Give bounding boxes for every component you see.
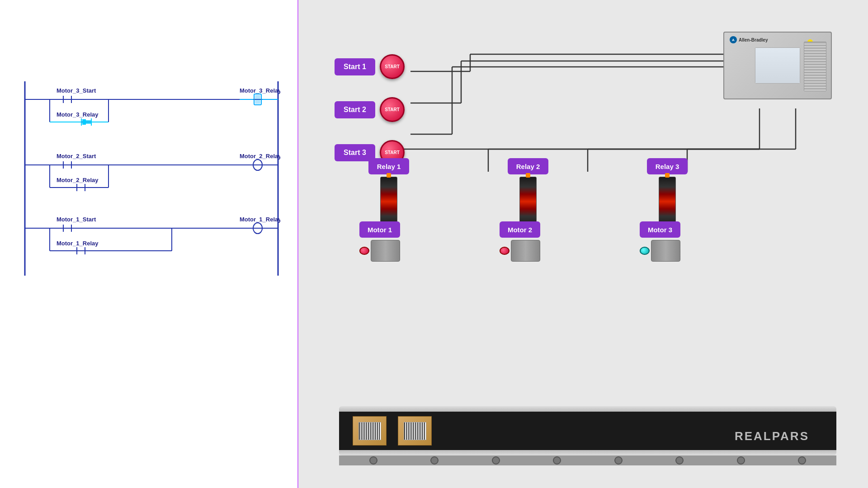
- ab-logo-circle: A: [730, 36, 737, 43]
- motor-3-label: Motor 3: [640, 221, 680, 238]
- relay-1-body: [380, 177, 397, 226]
- relay-1-module: [380, 177, 397, 226]
- svg-text:Motor_1_Relay: Motor_1_Relay: [57, 240, 99, 247]
- wheel-4: [553, 456, 561, 465]
- motor-row: Motor 1 Motor 2 Motor 3: [359, 221, 680, 262]
- plc-screen: [755, 47, 800, 84]
- plc-module: [804, 42, 826, 91]
- relay-3-module: [659, 177, 676, 226]
- wheel-8: [798, 456, 806, 465]
- motor-3-group: Motor 3: [640, 221, 680, 262]
- plc-controller: A Allen-Bradley: [723, 32, 841, 104]
- wheel-3: [492, 456, 500, 465]
- svg-text:Motor_2_Relay: Motor_2_Relay: [57, 177, 99, 183]
- relay-3-label: Relay 3: [647, 158, 688, 174]
- conveyor-system: REALPARS: [330, 406, 845, 465]
- svg-rect-15: [83, 120, 91, 124]
- relay-1-group: Relay 1: [368, 158, 409, 226]
- wheel-7: [737, 456, 745, 465]
- plc-screen-display: [755, 48, 800, 83]
- start-button-group: Start 1 START Start 2 START Start 3 STAR…: [335, 54, 405, 165]
- motor-1-body: [371, 240, 400, 262]
- motor-3-body: [651, 240, 680, 262]
- motor-2-assembly: [500, 240, 540, 262]
- motor-3-indicator: [640, 247, 650, 255]
- start-2-button[interactable]: START: [380, 97, 405, 122]
- start-1-button[interactable]: START: [380, 54, 405, 79]
- motor-1-indicator: [359, 247, 369, 255]
- plc-body: A Allen-Bradley: [723, 32, 832, 99]
- motor-1-group: Motor 1: [359, 221, 400, 262]
- conveyor-box-1: [353, 416, 387, 446]
- realpars-logo: REALPARS: [735, 429, 809, 443]
- relay-2-label: Relay 2: [508, 158, 548, 174]
- relay-1-connector-top: [387, 173, 391, 178]
- svg-text:Motor_2_Start: Motor_2_Start: [57, 153, 96, 160]
- svg-text:Motor_3_Relay: Motor_3_Relay: [57, 111, 99, 118]
- ladder-svg: Motor_3_Start Motor_3_Relay Motor_3_: [18, 81, 280, 276]
- wheel-5: [614, 456, 623, 465]
- plc-brand-text: Allen-Bradley: [739, 38, 768, 42]
- motor-2-body: [511, 240, 540, 262]
- start-2-label: Start 2: [335, 101, 375, 118]
- ladder-container: Motor_3_Start Motor_3_Relay Motor_3_: [18, 81, 280, 277]
- motor-1-label: Motor 1: [359, 221, 400, 238]
- motor-2-label: Motor 2: [500, 221, 540, 238]
- relay-2-group: Relay 2: [508, 158, 548, 226]
- conveyor-top-rail: [339, 406, 836, 412]
- motor-1-assembly: [359, 240, 400, 262]
- motor-3-assembly: [640, 240, 680, 262]
- relay-1-label: Relay 1: [368, 158, 409, 174]
- relay-3-group: Relay 3: [647, 158, 688, 226]
- svg-rect-21: [255, 95, 260, 104]
- box-2-barcode: [404, 422, 426, 440]
- svg-text:Motor_3_Start: Motor_3_Start: [57, 87, 96, 94]
- motor-2-group: Motor 2: [500, 221, 540, 262]
- svg-text:Motor_1_Relay: Motor_1_Relay: [240, 216, 280, 223]
- plc-brand: A Allen-Bradley: [730, 36, 768, 43]
- wheel-1: [369, 456, 377, 465]
- wheel-2: [430, 456, 439, 465]
- conveyor-box-2: [398, 416, 432, 446]
- relay-3-body: [659, 177, 676, 226]
- svg-text:Motor_1_Start: Motor_1_Start: [57, 216, 96, 223]
- box-1-barcode: [359, 422, 381, 440]
- plc-visual-panel: A Allen-Bradley Start 1 START Start 2 ST…: [298, 0, 868, 488]
- ladder-logic-panel: Motor_3_Start Motor_3_Relay Motor_3_: [0, 0, 298, 488]
- conveyor-belt: REALPARS: [339, 412, 836, 450]
- start-1-label: Start 1: [335, 58, 375, 75]
- relay-3-connector-top: [665, 173, 670, 178]
- relay-2-module: [519, 177, 537, 226]
- start-row-2: Start 2 START: [335, 97, 405, 122]
- conveyor-bottom-rail: [339, 450, 836, 455]
- conveyor-wheel-row: [339, 455, 836, 465]
- start-row-1: Start 1 START: [335, 54, 405, 79]
- relay-2-connector-top: [526, 173, 530, 178]
- wheel-6: [675, 456, 684, 465]
- motor-2-indicator: [500, 247, 509, 255]
- plc-module-body: [804, 42, 826, 91]
- svg-text:Motor_3_Relay: Motor_3_Relay: [240, 87, 280, 94]
- svg-text:Motor_2_Relay: Motor_2_Relay: [240, 153, 280, 160]
- relay-2-body: [519, 177, 537, 226]
- relay-row: Relay 1 Relay 2 Relay 3: [368, 158, 688, 226]
